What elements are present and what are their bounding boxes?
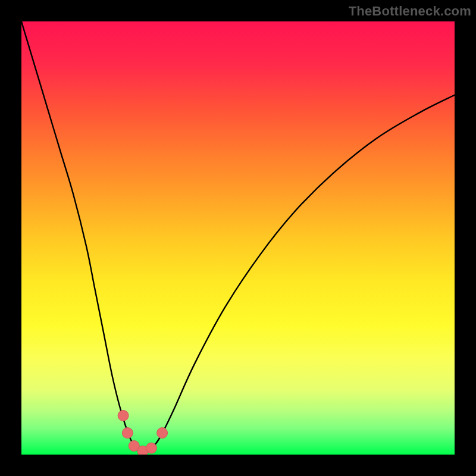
dot-bottom-3: [146, 443, 156, 453]
chart-plot-area: [21, 21, 455, 455]
dot-left-lower: [122, 428, 133, 439]
dot-left-upper: [118, 410, 129, 421]
chart-outer-frame: TheBottleneck.com: [0, 0, 476, 476]
dot-right: [157, 428, 168, 439]
bottleneck-curve: [21, 21, 455, 452]
curve-markers: [118, 410, 168, 455]
bottleneck-curve-svg: [21, 21, 455, 455]
watermark-text: TheBottleneck.com: [349, 4, 471, 19]
